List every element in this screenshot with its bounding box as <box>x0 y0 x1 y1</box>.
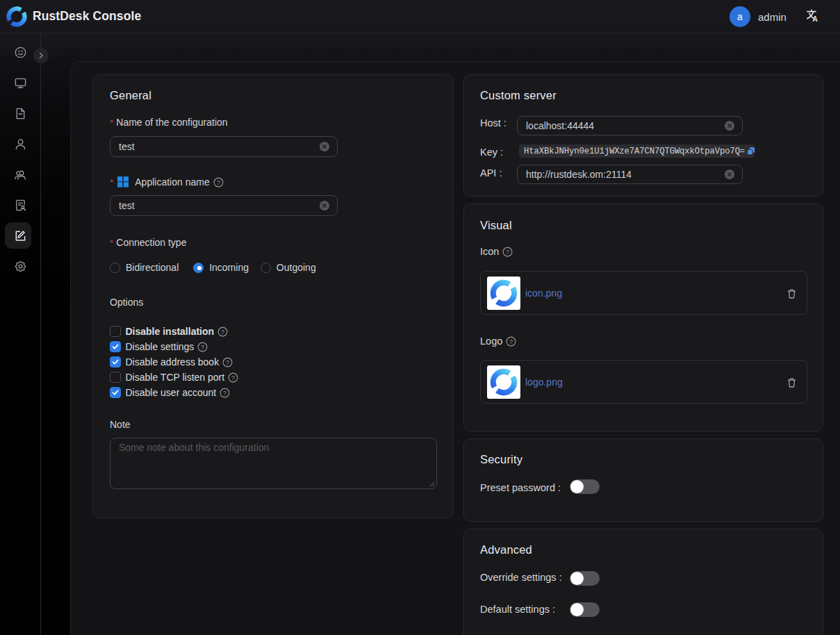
svg-text:?: ? <box>226 358 229 365</box>
svg-text:?: ? <box>509 338 513 345</box>
svg-text:?: ? <box>201 343 204 350</box>
svg-text:?: ? <box>221 328 224 335</box>
svg-text:?: ? <box>223 389 227 396</box>
svg-text:?: ? <box>231 374 235 381</box>
svg-text:A: A <box>812 15 817 22</box>
svg-text:?: ? <box>217 179 220 185</box>
svg-text:?: ? <box>506 248 509 255</box>
